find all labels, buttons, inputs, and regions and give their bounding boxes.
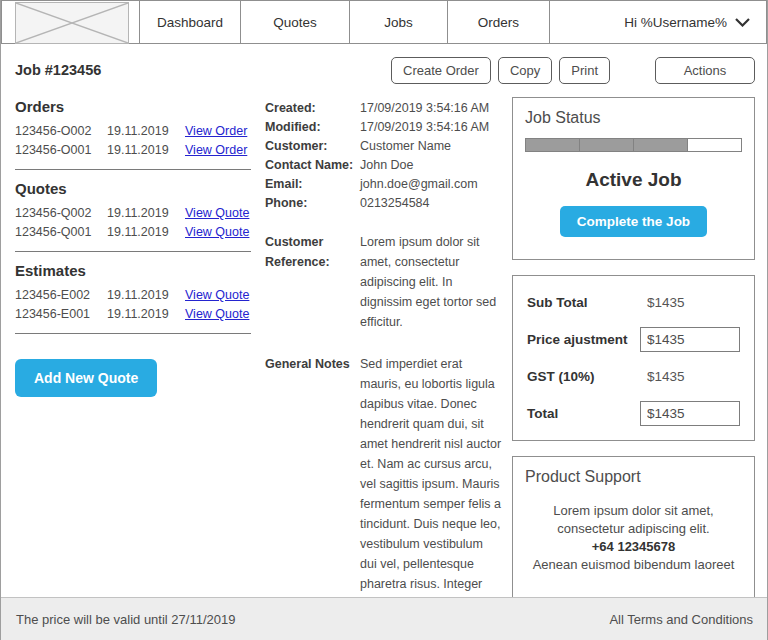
tab-jobs[interactable]: Jobs xyxy=(349,1,447,43)
view-quote-link[interactable]: View Quote xyxy=(185,307,249,321)
price-validity-note: The price will be valid until 27/11/2019 xyxy=(16,612,235,627)
total-input[interactable] xyxy=(640,401,740,426)
create-order-button[interactable]: Create Order xyxy=(391,57,491,84)
top-nav: Dashboard Quotes Jobs Orders Hi %Usernam… xyxy=(1,0,767,44)
quote-date: 19.11.2019 xyxy=(107,206,185,220)
copy-button[interactable]: Copy xyxy=(498,57,552,84)
job-details-fields: Created: 17/09/2019 3:54:16 AM Modified:… xyxy=(265,90,503,597)
view-quote-link[interactable]: View Quote xyxy=(185,206,249,220)
detail-value: John Doe xyxy=(360,156,503,175)
page-title: Job #123456 xyxy=(15,62,101,78)
quote-row: 123456-Q001 19.11.2019 View Quote xyxy=(15,225,253,239)
detail-value: 17/09/2019 3:54:16 AM xyxy=(360,118,503,137)
footer-bar: The price will be valid until 27/11/2019… xyxy=(1,597,767,640)
detail-label: Customer: xyxy=(265,137,360,156)
order-date: 19.11.2019 xyxy=(107,143,185,157)
detail-label: Contact Name: xyxy=(265,156,360,175)
subtotal-label: Sub Total xyxy=(527,295,588,310)
price-adjustment-label: Price ajustment xyxy=(527,332,628,347)
detail-row: Created: 17/09/2019 3:54:16 AM xyxy=(265,99,503,118)
view-quote-link[interactable]: View Quote xyxy=(185,225,249,239)
product-support-title: Product Support xyxy=(525,468,742,486)
view-quote-link[interactable]: View Quote xyxy=(185,288,249,302)
job-detail-page: Dashboard Quotes Jobs Orders Hi %Usernam… xyxy=(0,0,768,640)
tab-dashboard[interactable]: Dashboard xyxy=(139,1,240,43)
user-menu[interactable]: Hi %Username% xyxy=(549,1,766,43)
detail-label: Email: xyxy=(265,175,360,194)
detail-value: john.doe@gmail.com xyxy=(360,175,503,194)
general-notes-label: General Notes xyxy=(265,354,360,597)
detail-row: Customer: Customer Name xyxy=(265,137,503,156)
product-support-panel: Product Support Lorem ipsum dolor sit am… xyxy=(512,456,755,597)
estimate-date: 19.11.2019 xyxy=(107,288,185,302)
job-progress-bar xyxy=(525,138,742,152)
quote-id: 123456-Q002 xyxy=(15,206,107,220)
gst-label: GST (10%) xyxy=(527,369,595,384)
totals-panel: Sub Total $1435 Price ajustment GST (10%… xyxy=(512,275,755,441)
detail-row: Contact Name: John Doe xyxy=(265,156,503,175)
view-order-link[interactable]: View Order xyxy=(185,124,247,138)
related-documents-column: Orders 123456-O002 19.11.2019 View Order… xyxy=(15,90,253,597)
support-text-line: consectetur adipiscing elit. xyxy=(525,520,742,538)
progress-segment-empty xyxy=(687,139,741,151)
orders-section-title: Orders xyxy=(15,98,253,115)
subtotal-value: $1435 xyxy=(640,295,740,310)
detail-label: Modified: xyxy=(265,118,360,137)
print-button[interactable]: Print xyxy=(559,57,610,84)
tab-quotes[interactable]: Quotes xyxy=(240,1,349,43)
order-id: 123456-O001 xyxy=(15,143,107,157)
support-phone-number: +64 12345678 xyxy=(525,538,742,556)
estimate-id: 123456-E002 xyxy=(15,288,107,302)
estimate-row: 123456-E002 19.11.2019 View Quote xyxy=(15,288,253,302)
logo-image-placeholder-icon[interactable] xyxy=(15,2,129,44)
order-row: 123456-O002 19.11.2019 View Order xyxy=(15,124,253,138)
section-divider xyxy=(15,251,251,252)
job-state-label: Active Job xyxy=(525,169,742,191)
gst-value: $1435 xyxy=(640,369,740,384)
view-order-link[interactable]: View Order xyxy=(185,143,247,157)
estimate-id: 123456-E001 xyxy=(15,307,107,321)
terms-and-conditions-link[interactable]: All Terms and Conditions xyxy=(609,612,753,627)
general-notes-value: Sed imperdiet erat mauris, eu lobortis l… xyxy=(360,354,503,597)
right-column: Job Status Active Job Complete the Job S… xyxy=(503,90,755,597)
price-adjustment-row: Price ajustment xyxy=(527,327,740,352)
order-row: 123456-O001 19.11.2019 View Order xyxy=(15,143,253,157)
total-row: Total xyxy=(527,401,740,426)
customer-reference-block: Customer Reference: Lorem ipsum dolor si… xyxy=(265,232,503,332)
nav-tabs: Dashboard Quotes Jobs Orders xyxy=(139,1,549,43)
customer-reference-value: Lorem ipsum dolor sit amet, consectetur … xyxy=(360,232,503,332)
order-id: 123456-O002 xyxy=(15,124,107,138)
estimate-date: 19.11.2019 xyxy=(107,307,185,321)
order-date: 19.11.2019 xyxy=(107,124,185,138)
support-text-line: Aenean euismod bibendum laoreet xyxy=(525,556,742,574)
general-notes-block: General Notes Sed imperdiet erat mauris,… xyxy=(265,354,503,597)
header-actions: Create Order Copy Print Actions xyxy=(391,57,755,84)
customer-reference-label: Customer Reference: xyxy=(265,232,360,332)
detail-value: Customer Name xyxy=(360,137,503,156)
product-support-body: Lorem ipsum dolor sit amet, consectetur … xyxy=(525,502,742,574)
quote-row: 123456-Q002 19.11.2019 View Quote xyxy=(15,206,253,220)
complete-job-button[interactable]: Complete the Job xyxy=(560,206,707,237)
detail-row: Modified: 17/09/2019 3:54:16 AM xyxy=(265,118,503,137)
quotes-section-title: Quotes xyxy=(15,180,253,197)
gst-row: GST (10%) $1435 xyxy=(527,364,740,389)
tab-orders[interactable]: Orders xyxy=(447,1,549,43)
quote-date: 19.11.2019 xyxy=(107,225,185,239)
detail-value: 0213254584 xyxy=(360,194,503,213)
estimates-section-title: Estimates xyxy=(15,262,253,279)
add-new-quote-button[interactable]: Add New Quote xyxy=(15,359,157,397)
job-status-panel: Job Status Active Job Complete the Job xyxy=(512,97,755,260)
detail-row: Email: john.doe@gmail.com xyxy=(265,175,503,194)
job-details-column: Created: 17/09/2019 3:54:16 AM Modified:… xyxy=(253,90,503,597)
support-text-line: Lorem ipsum dolor sit amet, xyxy=(525,502,742,520)
progress-segment-filled xyxy=(526,139,579,151)
detail-value: 17/09/2019 3:54:16 AM xyxy=(360,99,503,118)
actions-button[interactable]: Actions xyxy=(655,57,755,84)
detail-label: Created: xyxy=(265,99,360,118)
total-label: Total xyxy=(527,406,558,421)
detail-row: Phone: 0213254584 xyxy=(265,194,503,213)
progress-segment-filled xyxy=(579,139,633,151)
quote-id: 123456-Q001 xyxy=(15,225,107,239)
detail-label: Phone: xyxy=(265,194,360,213)
price-adjustment-input[interactable] xyxy=(640,327,740,352)
